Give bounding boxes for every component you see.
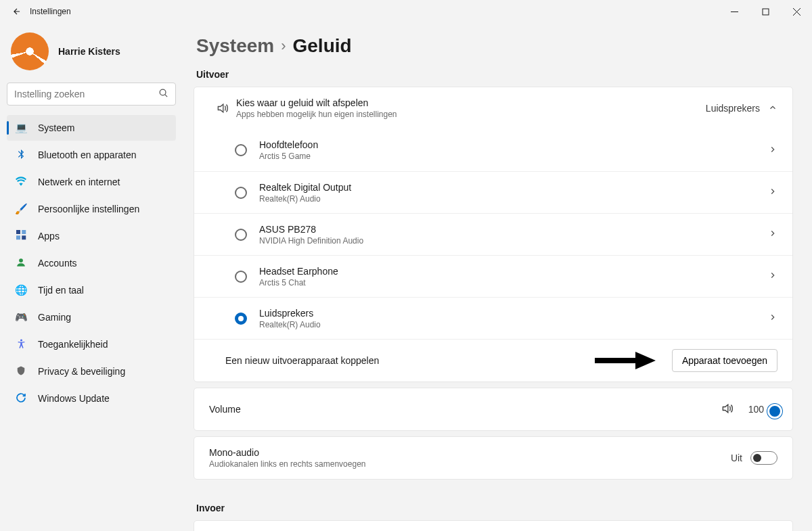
output-device-realtek-digital[interactable]: Realtek Digital Output Realtek(R) Audio [194, 171, 792, 213]
sidebar-item-label: Privacy & beveiliging [38, 366, 125, 377]
svg-rect-8 [16, 235, 20, 239]
output-volume-row[interactable]: Volume 100 [194, 388, 792, 430]
sidebar-item-privacy[interactable]: Privacy & beveiliging [7, 359, 176, 384]
device-sub: Arctis 5 Chat [259, 278, 768, 287]
device-name: Luidsprekers [259, 308, 768, 319]
nav: 💻 Systeem Bluetooth en apparaten Netwerk… [7, 115, 176, 411]
volume-label: Volume [209, 404, 721, 415]
search-icon [158, 88, 168, 100]
mono-subtitle: Audiokanalen links en rechts samenvoegen [209, 459, 731, 469]
sidebar-item-update[interactable]: Windows Update [7, 386, 176, 411]
speaker-icon [209, 101, 236, 115]
chevron-right-icon[interactable] [768, 187, 777, 198]
sidebar-item-network[interactable]: Netwerk en internet [7, 169, 176, 195]
search-box[interactable] [7, 83, 176, 106]
device-name: Hoofdtelefoon [259, 139, 768, 150]
output-device-list: Hoofdtelefoon Arctis 5 Game Realtek Digi… [194, 129, 792, 339]
radio-icon[interactable] [235, 229, 247, 241]
device-name: Realtek Digital Output [259, 182, 768, 193]
mono-title: Mono-audio [209, 447, 731, 458]
svg-point-4 [160, 89, 166, 95]
brush-icon: 🖌️ [14, 203, 28, 215]
sidebar-item-personalization[interactable]: 🖌️ Persoonlijke instellingen [7, 196, 176, 222]
svg-rect-9 [22, 235, 26, 239]
back-button[interactable] [8, 3, 26, 20]
user-name: Harrie Kisters [58, 46, 120, 57]
device-sub: Realtek(R) Audio [259, 194, 768, 204]
close-button[interactable] [781, 0, 812, 23]
bluetooth-icon [14, 149, 28, 162]
mono-state: Uit [731, 453, 742, 463]
svg-rect-7 [22, 230, 26, 234]
radio-icon-selected[interactable] [235, 313, 247, 325]
main-content: Systeem › Geluid Uitvoer Kies waar u gel… [183, 23, 812, 531]
output-heading: Uitvoer [194, 66, 793, 87]
person-icon [14, 257, 28, 270]
sidebar-item-label: Netwerk en internet [38, 177, 120, 187]
sidebar-item-accessibility[interactable]: Toegankelijkheid [7, 331, 176, 357]
svg-line-5 [165, 95, 167, 97]
volume-value: 100 [741, 404, 764, 415]
chevron-up-icon [768, 103, 777, 114]
output-device-luidsprekers[interactable]: Luidsprekers Realtek(R) Audio [194, 297, 792, 339]
sidebar-item-label: Accounts [38, 258, 77, 269]
breadcrumb: Systeem › Geluid [194, 35, 793, 57]
sidebar-item-label: Apps [38, 231, 60, 241]
sidebar-item-label: Tijd en taal [38, 285, 84, 296]
output-volume-card: Volume 100 [194, 388, 793, 431]
search-input[interactable] [14, 89, 158, 99]
sidebar-item-bluetooth[interactable]: Bluetooth en apparaten [7, 142, 176, 168]
mono-toggle[interactable] [750, 451, 777, 465]
pair-output-row: Een nieuw uitvoerapparaat koppelen Appar… [194, 339, 792, 382]
avatar [11, 32, 49, 70]
sidebar-item-label: Gaming [38, 312, 71, 323]
sidebar-item-gaming[interactable]: 🎮 Gaming [7, 304, 176, 330]
profile[interactable]: Harrie Kisters [7, 27, 176, 83]
device-sub: NVIDIA High Definition Audio [259, 236, 768, 246]
svg-rect-6 [16, 230, 20, 234]
svg-rect-1 [763, 9, 769, 15]
sidebar: Harrie Kisters 💻 Systeem Bluetooth en ap… [0, 23, 183, 531]
radio-icon[interactable] [235, 187, 247, 199]
svg-point-11 [20, 339, 22, 341]
chevron-right-icon[interactable] [768, 313, 777, 324]
add-device-button[interactable]: Apparaat toevoegen [672, 349, 777, 372]
mono-audio-row[interactable]: Mono-audio Audiokanalen links en rechts … [194, 437, 792, 479]
output-chooser-row[interactable]: Kies waar u geluid wilt afspelen Apps he… [194, 87, 792, 129]
speaker-icon[interactable] [721, 402, 734, 417]
shield-icon [14, 365, 28, 378]
sidebar-item-label: Persoonlijke instellingen [38, 204, 139, 214]
device-name: ASUS PB278 [259, 224, 768, 235]
output-device-hoofdtelefoon[interactable]: Hoofdtelefoon Arctis 5 Game [194, 129, 792, 171]
chevron-right-icon[interactable] [768, 145, 777, 156]
device-sub: Realtek(R) Audio [259, 320, 768, 329]
output-device-asus-pb278[interactable]: ASUS PB278 NVIDIA High Definition Audio [194, 213, 792, 255]
breadcrumb-page: Geluid [293, 35, 352, 57]
sidebar-item-label: Windows Update [38, 393, 110, 404]
output-device-headset-earphone[interactable]: Headset Earphone Arctis 5 Chat [194, 255, 792, 297]
input-device-card: Een apparaat kiezen voor spreken of opne… [194, 520, 793, 531]
output-chooser-current: Luidsprekers [706, 103, 760, 114]
svg-point-10 [19, 258, 23, 262]
chevron-right-icon[interactable] [768, 229, 777, 240]
sidebar-item-apps[interactable]: Apps [7, 223, 176, 249]
minimize-button[interactable] [719, 0, 750, 23]
update-icon [14, 392, 28, 405]
sidebar-item-time[interactable]: 🌐 Tijd en taal [7, 277, 176, 303]
input-chooser-row[interactable]: Een apparaat kiezen voor spreken of opne… [194, 521, 792, 531]
pair-output-label: Een nieuw uitvoerapparaat koppelen [225, 355, 672, 366]
sidebar-item-label: Toegankelijkheid [38, 339, 108, 350]
titlebar: Instellingen [0, 0, 812, 23]
sidebar-item-accounts[interactable]: Accounts [7, 250, 176, 276]
maximize-button[interactable] [750, 0, 781, 23]
chevron-right-icon: › [281, 37, 286, 55]
output-device-card: Kies waar u geluid wilt afspelen Apps he… [194, 87, 793, 382]
sidebar-item-system[interactable]: 💻 Systeem [7, 115, 176, 141]
accessibility-icon [14, 338, 28, 351]
sidebar-item-label: Bluetooth en apparaten [38, 149, 137, 160]
breadcrumb-section[interactable]: Systeem [196, 35, 274, 57]
input-heading: Invoer [194, 500, 793, 520]
chevron-right-icon[interactable] [768, 271, 777, 282]
radio-icon[interactable] [235, 271, 247, 283]
radio-icon[interactable] [235, 144, 247, 156]
